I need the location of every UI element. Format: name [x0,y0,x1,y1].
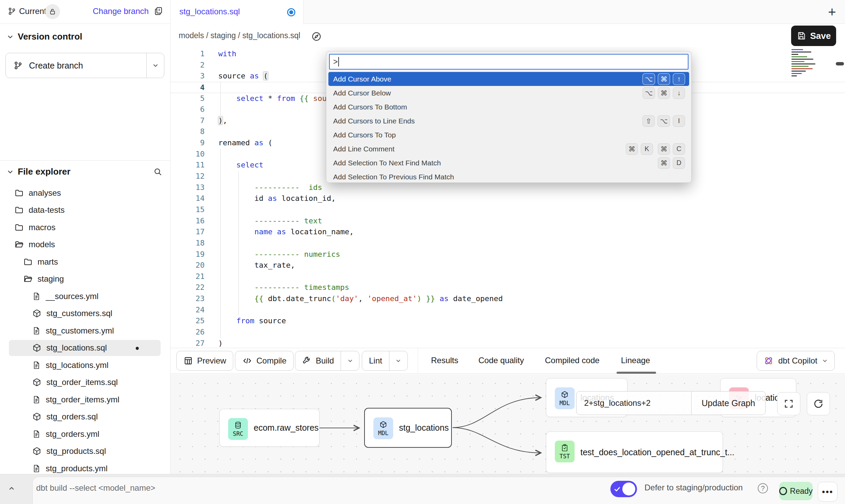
code-line-19[interactable]: 19 ---------- numerics [171,249,845,260]
file-name: models [29,240,55,249]
file-explorer-section-header[interactable]: File explorer [0,164,170,179]
keycap: ⇧ [642,115,655,127]
tree-item-stg_order_items.yml[interactable]: stg_order_items.yml [0,391,170,408]
minimap[interactable] [791,48,829,78]
shortcut-keys: ⇧⌥I [642,115,685,127]
defer-toggle[interactable] [610,481,637,497]
lineage-canvas[interactable]: SRC ecom.raw_stores MDL stg_locations MD… [171,374,845,474]
lint-button[interactable]: Lint [362,351,408,371]
preview-button[interactable]: Preview [176,351,233,371]
line-number: 14 [171,193,205,204]
update-graph-button[interactable]: Update Graph [692,391,765,415]
tree-item-stg_orders.yml[interactable]: stg_orders.yml [0,425,170,443]
copy-icon[interactable] [153,6,164,16]
code-line-18[interactable]: 18 [171,238,845,249]
command-item-add-cursor-below[interactable]: Add Cursor Below⌥⌘↓ [328,86,689,100]
dbt-copilot-button[interactable]: dbt Copilot [757,351,835,371]
code-line-14[interactable]: 14 id as location_id, [171,193,845,204]
file-name: stg_locations.yml [46,360,108,370]
code-line-24[interactable]: 24 [171,305,845,316]
save-button[interactable]: Save [791,26,836,46]
code-line-15[interactable]: 15 [171,204,845,216]
tree-item-data-tests[interactable]: data-tests [0,202,170,219]
file-name: stg_orders.yml [46,429,99,439]
tab-title: stg_locations.sql [179,7,240,16]
tree-item-stg_locations.sql[interactable]: stg_locations.sql [0,339,170,357]
tree-item-stg_orders.sql[interactable]: stg_orders.sql [0,408,170,426]
tree-item-stg_order_items.sql[interactable]: stg_order_items.sql [0,374,170,391]
tree-item-stg_products.sql[interactable]: stg_products.sql [0,443,170,460]
indent-guide [220,82,221,115]
tree-item-marts[interactable]: marts [0,253,170,270]
tree-item-staging[interactable]: staging [0,270,170,288]
command-item-add-line-comment[interactable]: Add Line Comment⌘K⌘C [328,142,689,156]
tab-results[interactable]: Results [431,356,458,365]
command-item-add-selection-to-previous-find-match[interactable]: Add Selection To Previous Find Match [328,170,689,184]
version-control-section-header[interactable]: Version control [0,29,170,44]
model-icon [32,343,42,353]
code-line-23[interactable]: 23 {{ dbt.date_trunc('day', 'opened_at')… [171,293,845,305]
code-line-22[interactable]: 22 ---------- timestamps [171,282,845,293]
command-label: Add Line Comment [333,145,626,153]
build-button[interactable]: Build [295,351,359,371]
command-input[interactable]: dbt build --select <model_name> [36,483,155,493]
keycap: ⌘ [626,143,638,155]
tree-item-stg_locations.yml[interactable]: stg_locations.yml [0,356,170,374]
search-icon[interactable] [153,167,163,177]
code-line-16[interactable]: 16 ---------- text [171,216,845,227]
code-line-21[interactable]: 21 [171,271,845,282]
tree-item-macros[interactable]: macros [0,219,170,236]
create-branch-dropdown[interactable] [146,53,164,78]
line-number: 15 [171,204,205,215]
keycap: C [673,143,685,155]
file-explorer-title: File explorer [18,166,71,177]
tab-stg-locations-sql[interactable]: stg_locations.sql [171,0,303,24]
code-line-25[interactable]: 25 from source [171,315,845,327]
lineage-node-stg-locations[interactable]: MDL stg_locations [364,408,452,448]
compass-icon[interactable] [309,29,324,44]
scrollbar-thumb[interactable] [836,62,844,65]
tree-item-stg_customers.sql[interactable]: stg_customers.sql [0,305,170,322]
tree-item-analyses[interactable]: analyses [0,184,170,202]
tab-compiled-code[interactable]: Compiled code [545,356,599,365]
code-line-27[interactable]: 27) [171,338,845,348]
file-name: stg_orders.sql [46,412,98,421]
more-options-button[interactable]: ••• [818,482,837,502]
tree-item-__sources.yml[interactable]: __sources.yml [0,287,170,305]
command-palette-input[interactable]: > [329,54,688,70]
new-tab-button[interactable]: + [825,4,840,19]
line-number: 17 [171,226,205,237]
command-item-add-cursor-above[interactable]: Add Cursor Above⌥⌘↑ [328,72,689,86]
command-item-add-cursors-to-bottom[interactable]: Add Cursors To Bottom [328,100,689,114]
fullscreen-button[interactable] [777,392,800,415]
line-number: 1 [171,48,205,59]
code-line-26[interactable]: 26 [171,327,845,338]
command-item-add-cursors-to-line-ends[interactable]: Add Cursors to Line Ends⇧⌥I [328,114,689,128]
chevron-up-icon[interactable] [7,484,16,493]
lineage-selector-input[interactable]: 2+stg_locations+2 [577,391,691,415]
lint-dropdown[interactable] [389,351,407,370]
change-branch-link[interactable]: Change branch [93,6,149,16]
command-item-add-selection-to-next-find-match[interactable]: Add Selection To Next Find Match⌘D [328,156,689,170]
tree-item-stg_customers.yml[interactable]: stg_customers.yml [0,322,170,339]
copilot-icon [763,355,774,366]
tree-item-models[interactable]: models [0,236,170,253]
command-item-add-cursors-to-top[interactable]: Add Cursors To Top [328,128,689,142]
refresh-button[interactable] [807,392,830,415]
compile-button[interactable]: Compile [235,351,294,371]
create-branch-button[interactable]: Create branch [5,53,164,78]
folder-icon [14,188,24,198]
tab-code-quality[interactable]: Code quality [478,356,524,365]
lineage-node-source[interactable]: SRC ecom.raw_stores [219,409,320,447]
tab-lineage[interactable]: Lineage [621,356,650,365]
build-dropdown[interactable] [341,351,359,370]
create-branch-label: Create branch [29,61,83,71]
folder-open-icon [14,240,24,249]
code-editor[interactable]: 1with23source as (45 select * from {{ so… [171,47,845,348]
code-line-20[interactable]: 20 tax_rate, [171,260,845,271]
command-label: Add Cursor Below [333,89,642,97]
help-icon[interactable]: ? [758,483,768,493]
code-line-17[interactable]: 17 name as location_name, [171,226,845,238]
lineage-node-test[interactable]: TST test_does_location_opened_at_trunc_t… [546,431,723,473]
file-name: stg_products.yml [46,464,107,473]
